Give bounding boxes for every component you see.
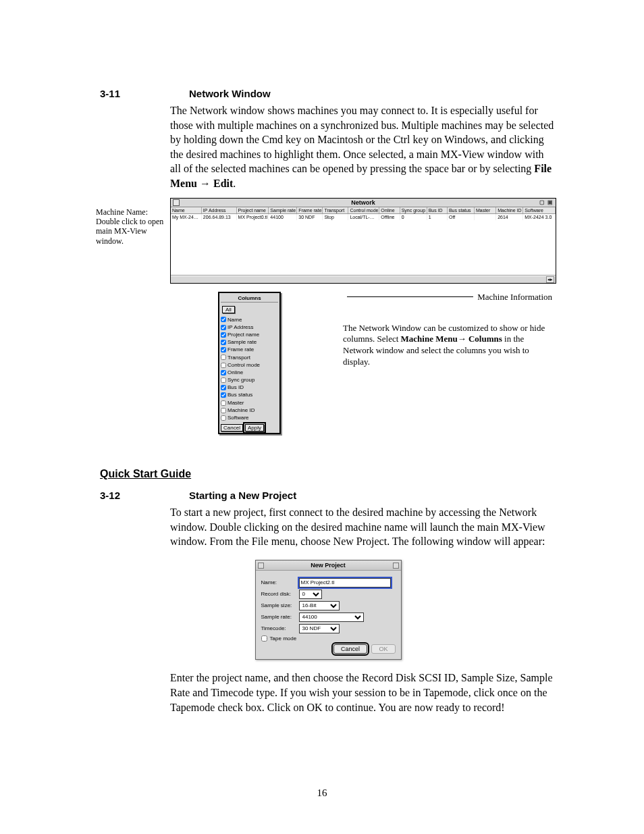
column-option[interactable]: Online <box>221 369 278 376</box>
edit-bold: Edit <box>211 178 233 189</box>
ok-button[interactable]: OK <box>371 644 395 654</box>
sample-rate-select[interactable]: 44100 <box>299 613 364 622</box>
scroll-arrows-icon[interactable]: ◂▸ <box>546 276 554 283</box>
cell: Offline <box>379 214 400 220</box>
timecode-label: Timecode: <box>261 625 299 631</box>
columns-footer: Cancel Apply <box>221 424 278 432</box>
network-figure: Machine Name: Double click to open main … <box>96 198 556 284</box>
apply-button[interactable]: Apply <box>245 424 264 432</box>
column-option[interactable]: Transport <box>221 354 278 361</box>
column-option[interactable]: Project name <box>221 331 278 338</box>
col-header[interactable]: Machine ID <box>496 207 523 213</box>
column-checkbox[interactable] <box>221 325 226 330</box>
machine-info-block: Machine Information The Network Window c… <box>343 292 552 435</box>
column-checkbox[interactable] <box>221 363 226 368</box>
network-table-body: My MX-24… 206.64.89.13 MX Project0.tl 44… <box>171 214 556 276</box>
col-header[interactable]: Frame rate <box>297 207 323 213</box>
columns-title: Columns <box>221 294 278 303</box>
machine-info-title: Machine Information <box>477 292 552 303</box>
network-window-titlebar: Network ▢ ▣ <box>171 199 556 207</box>
column-checkbox[interactable] <box>221 347 226 353</box>
col-header[interactable]: Bus ID <box>427 207 448 213</box>
section-3-11-body: The Network window shows machines you ma… <box>170 103 556 191</box>
window-controls-icon[interactable]: ▢ ▣ <box>539 199 554 205</box>
col-header[interactable]: Name <box>171 207 202 213</box>
column-option[interactable]: Bus ID <box>221 384 278 391</box>
arrow-icon: → <box>200 178 211 189</box>
cell: 206.64.89.13 <box>202 214 237 220</box>
table-row[interactable]: My MX-24… 206.64.89.13 MX Project0.tl 44… <box>171 214 556 220</box>
record-disk-select[interactable]: 0 <box>299 590 322 599</box>
section-title: Network Window <box>189 88 271 99</box>
col-header[interactable]: Sample rate <box>269 207 297 213</box>
column-option[interactable]: Sync group <box>221 376 278 384</box>
name-input[interactable] <box>299 578 391 588</box>
columns-dialog: Columns All NameIP AddressProject nameSa… <box>218 292 281 435</box>
document-page: 3-11 Network Window The Network window s… <box>0 0 644 834</box>
col-header[interactable]: Master <box>475 207 496 213</box>
column-checkbox[interactable] <box>221 408 226 413</box>
column-checkbox[interactable] <box>221 355 226 360</box>
column-checkbox[interactable] <box>221 415 226 421</box>
column-checkbox[interactable] <box>221 370 226 375</box>
machine-info-body: The Network Window can be customized to … <box>343 323 552 369</box>
section-number: 3-11 <box>100 88 189 99</box>
column-checkbox[interactable] <box>221 340 226 345</box>
new-project-body: Name: Record disk: 0 Sample size: 16-Bit… <box>256 571 401 659</box>
machine-name-annotation: Machine Name: Double click to open main … <box>96 198 170 284</box>
column-option[interactable]: Bus status <box>221 391 278 398</box>
col-header[interactable]: Transport <box>323 207 348 213</box>
cell: MX-2424 3.0 <box>523 214 556 220</box>
col-header[interactable]: Control mode <box>348 207 379 213</box>
columns-checklist: NameIP AddressProject nameSample rateFra… <box>221 316 278 422</box>
all-button[interactable]: All <box>222 306 235 313</box>
column-checkbox[interactable] <box>221 377 226 383</box>
body-text: The Network window shows machines you ma… <box>170 105 554 174</box>
col-header[interactable]: Project name <box>237 207 269 213</box>
section-3-12-body-a: To start a new project, first connect to… <box>170 505 556 549</box>
column-checkbox[interactable] <box>221 385 226 390</box>
column-option[interactable]: Master <box>221 399 278 407</box>
column-checkbox[interactable] <box>221 392 226 398</box>
cell: My MX-24… <box>171 214 202 220</box>
col-header[interactable]: Software <box>523 207 556 213</box>
section-number: 3-12 <box>100 490 189 501</box>
column-option[interactable]: Name <box>221 316 278 323</box>
cancel-button[interactable]: Cancel <box>333 644 367 654</box>
column-option[interactable]: Machine ID <box>221 407 278 414</box>
window-title: New Project <box>311 562 346 569</box>
annot-line: Double click to open <box>96 217 170 226</box>
column-option[interactable]: Sample rate <box>221 338 278 346</box>
column-option[interactable]: IP Address <box>221 323 278 331</box>
sample-size-select[interactable]: 16-Bit <box>299 601 340 610</box>
cell: Off <box>448 214 475 220</box>
section-3-12-header: 3-12 Starting a New Project <box>100 490 556 501</box>
cell: Stop <box>323 214 348 220</box>
cell: 30 NDF <box>297 214 323 220</box>
column-checkbox[interactable] <box>221 332 226 338</box>
sample-rate-label: Sample rate: <box>261 614 299 620</box>
window-title: Network <box>351 199 375 206</box>
column-option[interactable]: Frame rate <box>221 346 278 353</box>
name-label: Name: <box>261 579 299 585</box>
annot-line: Machine Name: <box>96 207 170 217</box>
lower-figures: Columns All NameIP AddressProject nameSa… <box>218 292 556 435</box>
col-header[interactable]: IP Address <box>202 207 237 213</box>
col-header[interactable]: Online <box>379 207 400 213</box>
cancel-button[interactable]: Cancel <box>221 424 243 432</box>
column-checkbox[interactable] <box>221 400 226 406</box>
tape-mode-label: Tape mode <box>270 635 297 642</box>
timecode-select[interactable]: 30 NDF <box>299 624 340 633</box>
column-checkbox[interactable] <box>221 317 226 322</box>
cell <box>475 214 496 220</box>
leader-line <box>347 296 473 297</box>
col-header[interactable]: Sync group <box>400 207 427 213</box>
quick-start-guide-heading: Quick Start Guide <box>100 468 556 480</box>
column-option[interactable]: Control mode <box>221 361 278 369</box>
col-header[interactable]: Bus status <box>448 207 475 213</box>
arrow-icon: → <box>458 334 466 344</box>
close-icon[interactable] <box>173 199 180 206</box>
annot-line: main MX-View window. <box>96 226 170 246</box>
tape-mode-checkbox[interactable] <box>261 635 267 642</box>
column-option[interactable]: Software <box>221 414 278 421</box>
